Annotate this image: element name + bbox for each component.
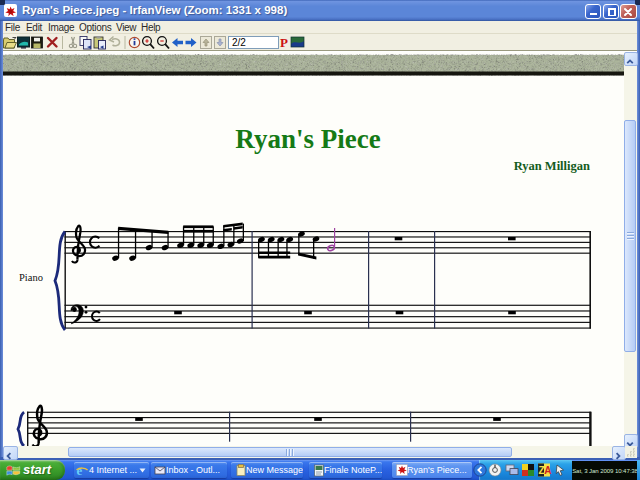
svg-text:e: e <box>77 463 83 478</box>
svg-text:2/2: 2/2 <box>232 37 246 48</box>
svg-text:Piano: Piano <box>19 272 43 283</box>
svg-text:Ryan Milligan: Ryan Milligan <box>514 159 590 173</box>
svg-text:P: P <box>280 35 288 50</box>
svg-text:Ryan's Piece: Ryan's Piece <box>235 124 380 154</box>
svg-text:A: A <box>544 465 551 476</box>
